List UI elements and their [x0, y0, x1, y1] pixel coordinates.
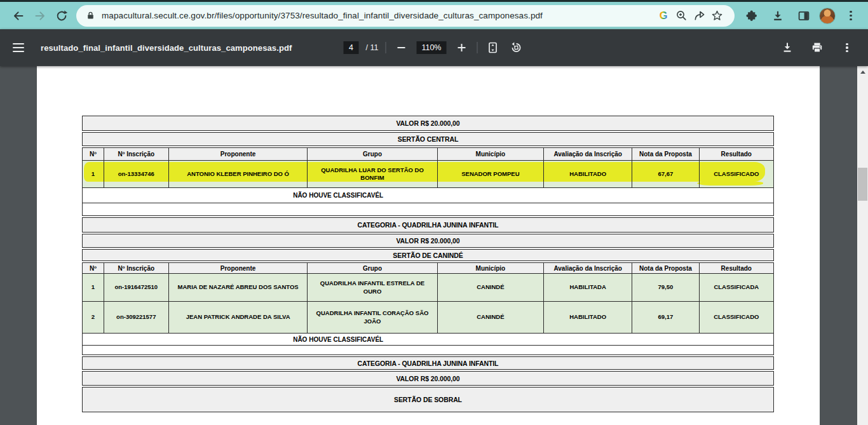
- kebab-menu-icon: [846, 43, 848, 53]
- column-header-6: Nota da Proposta: [632, 263, 699, 273]
- pdf-print-button[interactable]: [809, 39, 825, 56]
- fit-page-icon: [486, 41, 499, 54]
- result-cell-5: HABILITADO: [544, 302, 632, 333]
- column-header-4: Município: [438, 148, 544, 160]
- pdf-menu-button[interactable]: [13, 43, 24, 52]
- browser-toolbar: mapacultural.secult.ce.gov.br/files/oppo…: [0, 2, 868, 29]
- category-row: CATEGORIA - QUADRILHA JUNINA INFANTIL: [82, 356, 774, 370]
- result-row: 2on-309221577JEAN PATRICK ANDRADE DA SIL…: [82, 301, 774, 334]
- column-header-0: Nº: [83, 148, 104, 160]
- downloads-button[interactable]: [767, 5, 789, 27]
- result-cell-6: 67,67: [632, 161, 699, 187]
- region-row-label: SERTÃO DE SOBRAL: [394, 396, 462, 403]
- extensions-button[interactable]: [741, 5, 763, 27]
- forward-icon: [34, 10, 46, 22]
- pdf-filename: resultado_final_infantil_diversidade_cul…: [41, 43, 292, 53]
- category-row-label: CATEGORIA - QUADRILHA JUNINA INFANTIL: [358, 360, 499, 367]
- pdf-viewer: VALOR R$ 20.000,00SERTÃO CENTRALNºNº Ins…: [0, 66, 868, 425]
- magnifier-plus-icon: [675, 10, 688, 22]
- page-number-input[interactable]: 4: [344, 41, 359, 54]
- value-row: VALOR R$ 20.000,00: [82, 116, 774, 131]
- region-row: SERTÃO DE SOBRAL: [82, 387, 774, 412]
- scrollbar[interactable]: [857, 66, 868, 425]
- region-row: SERTÃO CENTRAL: [82, 132, 774, 146]
- print-icon: [811, 41, 824, 54]
- share-button[interactable]: [690, 7, 708, 25]
- scrollbar-thumb[interactable]: [858, 168, 867, 201]
- result-cell-1: on-309221577: [104, 302, 169, 333]
- result-cell-3: QUADRILHA INFANTIL ESTRELA DE OURO: [308, 274, 437, 301]
- zoom-in-button[interactable]: [453, 39, 470, 56]
- pdf-toolbar-left: resultado_final_infantil_diversidade_cul…: [0, 43, 292, 53]
- forward-button[interactable]: [29, 5, 51, 27]
- profile-avatar[interactable]: [819, 8, 836, 24]
- star-icon: [711, 10, 723, 22]
- address-bar[interactable]: mapacultural.secult.ce.gov.br/files/oppo…: [76, 5, 735, 27]
- column-header-3: Grupo: [308, 263, 437, 273]
- result-cell-7: CLASSIFICADO: [700, 161, 773, 187]
- no-classified-row: NÃO HOUVE CLASSIFICAVÉL: [82, 333, 774, 346]
- result-cell-4: SENADOR POMPEU: [438, 161, 544, 187]
- column-header-row: NºNº InscriçãoProponenteGrupoMunicípioAv…: [82, 262, 774, 274]
- pdf-page-controls: 4 / 11 110%: [344, 29, 525, 66]
- column-header-4: Município: [438, 263, 544, 273]
- result-cell-4: CANINDÉ: [438, 302, 544, 333]
- minus-icon: [397, 47, 405, 48]
- category-row-label: CATEGORIA - QUADRILHA JUNINA INFANTIL: [358, 221, 499, 229]
- value-row: VALOR R$ 20.000,00: [82, 234, 774, 248]
- result-cell-3: QUADRILHA INFANTIL CORAÇÃO SÃO JOÃO: [308, 302, 437, 333]
- column-header-3: Grupo: [308, 148, 437, 160]
- result-cell-7: CLASSIFICADA: [700, 274, 773, 301]
- no-classified-row: NÃO HOUVE CLASSIFICAVÉL: [82, 187, 774, 203]
- back-button[interactable]: [8, 5, 29, 27]
- pdf-page: VALOR R$ 20.000,00SERTÃO CENTRALNºNº Ins…: [37, 66, 820, 425]
- result-row: 1on-13334746ANTONIO KLEBER PINHEIRO DO Ó…: [82, 160, 774, 188]
- url-text[interactable]: mapacultural.secult.ce.gov.br/files/oppo…: [102, 11, 654, 20]
- lock-icon: [85, 10, 96, 21]
- side-panel-icon: [797, 10, 810, 22]
- pdf-download-icon: [781, 41, 794, 54]
- column-header-5: Avaliação da Inscrição: [544, 263, 632, 273]
- result-row: 1on-1916472510MARIA DE NAZARÉ ABREU DOS …: [82, 273, 774, 302]
- browser-menu-button[interactable]: [840, 5, 862, 27]
- column-header-7: Resultado: [700, 148, 773, 160]
- scroll-up-arrow-icon[interactable]: [860, 71, 865, 74]
- empty-row: [82, 345, 774, 355]
- google-g-icon: G: [659, 10, 667, 22]
- zoom-out-button[interactable]: [393, 39, 409, 56]
- result-cell-3: QUADRILHA LUAR DO SERTÃO DO BONFIM: [308, 161, 437, 187]
- fit-page-button[interactable]: [484, 39, 501, 56]
- result-cell-2: ANTONIO KLEBER PINHEIRO DO Ó: [169, 161, 308, 187]
- zoom-page-button[interactable]: [672, 7, 690, 25]
- result-cell-0: 2: [83, 302, 104, 333]
- google-lens-button[interactable]: G: [654, 7, 672, 25]
- zoom-level-input[interactable]: 110%: [416, 41, 446, 54]
- no-classified-row-label: NÃO HOUVE CLASSIFICAVÉL: [83, 192, 593, 199]
- column-header-5: Avaliação da Inscrição: [544, 148, 632, 160]
- result-cell-6: 79,50: [632, 274, 699, 301]
- column-header-6: Nota da Proposta: [632, 148, 699, 160]
- side-panel-button[interactable]: [793, 5, 815, 27]
- divider: [385, 42, 386, 53]
- column-header-1: Nº Inscrição: [104, 148, 169, 160]
- reload-icon: [55, 10, 68, 22]
- result-cell-7: CLASSIFICADO: [700, 302, 773, 333]
- reload-button[interactable]: [51, 5, 72, 27]
- bookmark-button[interactable]: [708, 7, 726, 25]
- pdf-download-button[interactable]: [779, 39, 796, 56]
- column-header-0: Nº: [83, 263, 104, 273]
- result-cell-6: 69,17: [632, 302, 699, 333]
- pdf-menu-more-button[interactable]: [839, 39, 855, 56]
- region-row: SERTÃO DE CANINDÉ: [82, 249, 774, 261]
- empty-row: [82, 203, 774, 216]
- rotate-button[interactable]: [508, 39, 524, 56]
- result-cell-0: 1: [83, 274, 104, 301]
- result-cell-4: CANINDÉ: [438, 274, 544, 301]
- column-header-1: Nº Inscrição: [104, 263, 169, 273]
- value-row-label: VALOR R$ 20.000,00: [396, 119, 459, 127]
- column-header-row: NºNº InscriçãoProponenteGrupoMunicípioAv…: [82, 147, 774, 161]
- chrome-actions: [741, 5, 862, 27]
- result-cell-2: MARIA DE NAZARÉ ABREU DOS SANTOS: [169, 274, 308, 301]
- plus-icon: [458, 44, 465, 51]
- download-icon: [771, 10, 784, 22]
